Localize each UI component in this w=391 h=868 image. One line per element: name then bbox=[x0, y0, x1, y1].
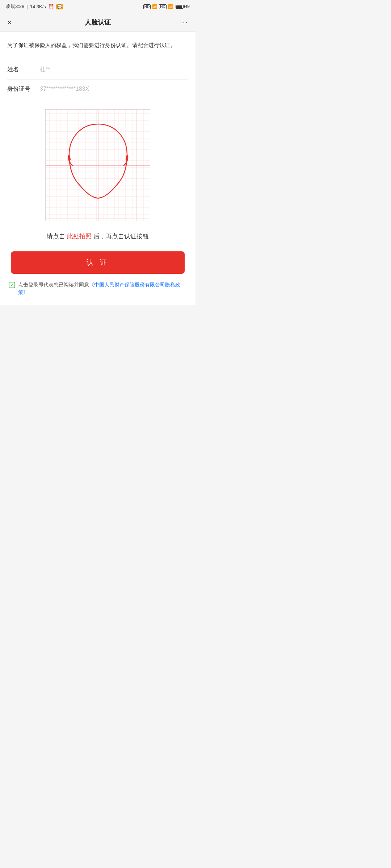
network-speed: | bbox=[26, 4, 28, 9]
instruction-suffix: 后，再点击认证按钮 bbox=[92, 233, 149, 240]
close-button[interactable]: × bbox=[7, 19, 12, 26]
hd-badge2: HD bbox=[159, 4, 166, 9]
id-value: 37*************183X bbox=[40, 86, 89, 92]
status-left: 凌晨3:28 | 14.3K/s ⏰ 💬 bbox=[6, 3, 63, 10]
page-title: 人脸认证 bbox=[85, 18, 111, 27]
signal-4g: 📶 bbox=[152, 4, 157, 9]
description-text: 为了保证被保险人的权益，我们需要进行身份认证。请配合进行认证。 bbox=[7, 41, 188, 50]
agree-prefix: 点击登录即代表您已阅读并同意 bbox=[18, 282, 89, 288]
hd-badge: HD bbox=[143, 4, 151, 9]
battery-level: 49 bbox=[185, 4, 190, 9]
battery-icon bbox=[176, 5, 184, 9]
time-display: 凌晨3:28 bbox=[6, 3, 24, 10]
checkbox-icon: ✓ bbox=[9, 282, 15, 288]
status-bar: 凌晨3:28 | 14.3K/s ⏰ 💬 HD 📶 HD 📶 49 bbox=[0, 0, 196, 13]
more-button[interactable]: ··· bbox=[180, 18, 188, 26]
name-field-row: 姓名 杜** bbox=[7, 60, 188, 80]
face-illustration-area[interactable] bbox=[45, 109, 150, 221]
chat-icon: 💬 bbox=[56, 4, 63, 9]
photo-link[interactable]: 此处拍照 bbox=[67, 233, 92, 240]
photo-instruction: 请点击 此处拍照 后，再点击认证按钮 bbox=[7, 231, 188, 241]
grid-background bbox=[46, 110, 150, 221]
page-header: × 人脸认证 ··· bbox=[0, 13, 196, 32]
id-field-row: 身份证号 37*************183X bbox=[7, 80, 188, 99]
id-label: 身份证号 bbox=[7, 85, 40, 93]
name-value: 杜** bbox=[40, 66, 50, 73]
signal-5g: 📶 bbox=[168, 4, 173, 9]
agree-text: 点击登录即代表您已阅读并同意《中国人民财产保险股份有限公司隐私政策》 bbox=[18, 281, 187, 296]
agree-checkbox[interactable]: ✓ bbox=[9, 282, 15, 288]
main-content: 为了保证被保险人的权益，我们需要进行身份认证。请配合进行认证。 姓名 杜** 身… bbox=[0, 32, 196, 305]
alarm-icon: ⏰ bbox=[48, 4, 54, 9]
network-speed-value: 14.3K/s bbox=[30, 4, 46, 9]
instruction-prefix: 请点击 bbox=[47, 233, 67, 240]
check-mark: ✓ bbox=[10, 282, 14, 287]
certify-button[interactable]: 认 证 bbox=[11, 251, 185, 274]
name-label: 姓名 bbox=[7, 66, 40, 73]
agree-row: ✓ 点击登录即代表您已阅读并同意《中国人民财产保险股份有限公司隐私政策》 bbox=[7, 281, 188, 296]
status-right: HD 📶 HD 📶 49 bbox=[143, 4, 190, 9]
